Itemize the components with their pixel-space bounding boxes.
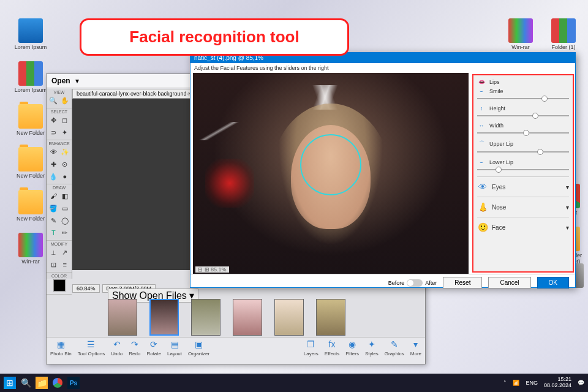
whiten-tool-icon[interactable]: ✨ xyxy=(60,147,70,157)
reset-button[interactable]: Reset xyxy=(443,277,482,288)
desktop-icon-folder[interactable]: New Folder xyxy=(13,104,48,136)
gradient-tool-icon[interactable]: ▭ xyxy=(60,203,70,213)
folder-icon xyxy=(18,190,43,214)
preview-zoom[interactable]: ⊟ ⊞ 85.1% xyxy=(195,266,229,273)
slider-upper-lip[interactable]: ⌒Upper Lip xyxy=(477,140,569,153)
desktop-icon-winrar[interactable]: Win-rar xyxy=(13,233,48,265)
blur-tool-icon[interactable]: 💧 xyxy=(48,172,58,181)
notifications-icon[interactable]: 💬 xyxy=(578,380,584,386)
hand-tool-icon[interactable]: ✋ xyxy=(60,96,70,105)
styles-button[interactable]: ✦Styles xyxy=(365,339,379,363)
redeye-tool-icon[interactable]: 👁 xyxy=(48,147,58,157)
chrome-taskbar-icon[interactable] xyxy=(51,377,64,389)
category-eyes[interactable]: 👁Eyes▾ xyxy=(477,176,569,197)
desktop-icon-folder[interactable]: New Folder xyxy=(13,190,48,222)
fill-tool-icon[interactable]: 🪣 xyxy=(48,203,58,213)
computer-icon xyxy=(18,18,43,43)
slider-smile[interactable]: ⌣Smile xyxy=(477,88,569,99)
smile-icon: ⌣ xyxy=(477,88,486,94)
move-tool-icon[interactable]: ✥ xyxy=(48,115,58,125)
tray-chevron-icon[interactable]: ˄ xyxy=(503,380,507,386)
sponge-tool-icon[interactable]: ● xyxy=(60,172,70,181)
photo-bin-button[interactable]: ▦Photo Bin xyxy=(50,339,72,363)
slider-thumb[interactable] xyxy=(537,149,543,155)
recompose-tool-icon[interactable]: ↗ xyxy=(60,247,70,257)
crop-tool-icon[interactable]: ⟂ xyxy=(48,247,58,257)
tool-options-button[interactable]: ☰Tool Options xyxy=(78,339,105,363)
shape-tool-icon[interactable]: ◯ xyxy=(60,216,70,225)
open-menu[interactable]: Open xyxy=(51,77,70,85)
slider-width[interactable]: ↔Width xyxy=(477,123,569,134)
explorer-icon[interactable]: 📁 xyxy=(36,377,48,389)
marquee-tool-icon[interactable]: ◻ xyxy=(60,115,70,125)
books-icon xyxy=(18,61,43,86)
clock[interactable]: 15:21 08.02.2024 xyxy=(544,377,571,389)
search-button[interactable]: 🔍 xyxy=(20,377,32,389)
width-icon: ↔ xyxy=(477,123,486,129)
slider-lower-lip[interactable]: ⌣Lower Lip xyxy=(477,159,569,170)
thumbnail-selected[interactable] xyxy=(149,299,179,336)
redo-button[interactable]: ↷Redo xyxy=(129,339,140,363)
rotate-icon: ⟳ xyxy=(148,339,159,350)
height-icon: ↕ xyxy=(477,105,486,111)
layers-button[interactable]: ❐Layers xyxy=(304,339,318,363)
taskbar: ⊞ 🔍 📁 Ps ˄ 📶 ENG 15:21 08.02.2024 💬 xyxy=(0,374,588,392)
lasso-tool-icon[interactable]: ⊃ xyxy=(48,127,58,137)
toggle-switch[interactable] xyxy=(407,279,423,287)
dialog-footer: Before After Reset Cancel OK xyxy=(190,274,575,291)
desktop-icon-books[interactable]: Lorem Ipsum xyxy=(13,61,48,93)
organizer-button[interactable]: ▣Organizer xyxy=(188,339,209,363)
thumbnail[interactable] xyxy=(191,299,221,336)
graphics-button[interactable]: ✎Graphics xyxy=(385,339,404,363)
face-preview[interactable]: ⊟ ⊞ 85.1% xyxy=(193,73,469,274)
zoom-tool-icon[interactable]: 🔍 xyxy=(48,96,58,105)
start-button[interactable]: ⊞ xyxy=(4,377,16,389)
thumbnail[interactable] xyxy=(274,299,304,336)
slider-thumb[interactable] xyxy=(523,130,529,136)
dialog-hint: Adjust the Facial Features using the sli… xyxy=(190,63,575,73)
picker-tool-icon[interactable]: ✎ xyxy=(48,216,58,225)
filters-button[interactable]: ◉Filters xyxy=(345,339,359,363)
category-face[interactable]: 🙂Face▾ xyxy=(477,217,569,237)
brush-tool-icon[interactable]: 🖌 xyxy=(48,191,58,201)
desktop-icon-books[interactable]: Folder (1) xyxy=(546,18,581,50)
before-after-toggle[interactable]: Before After xyxy=(388,279,437,287)
type-tool-icon[interactable]: T xyxy=(48,228,58,238)
slider-thumb[interactable] xyxy=(532,113,538,119)
thumbnail[interactable] xyxy=(233,299,262,336)
thumbnail[interactable] xyxy=(108,299,137,336)
eraser-tool-icon[interactable]: ◧ xyxy=(60,191,70,201)
effects-button[interactable]: fxEffects xyxy=(325,339,339,363)
thumbnail[interactable] xyxy=(316,299,345,336)
slider-thumb[interactable] xyxy=(541,96,548,102)
toolbox-section-label: SELECT xyxy=(48,110,70,114)
undo-icon: ↶ xyxy=(111,339,123,350)
pencil-tool-icon[interactable]: ✏ xyxy=(60,228,70,238)
clone-tool-icon[interactable]: ⊙ xyxy=(60,159,70,169)
more-button[interactable]: ▾More xyxy=(410,339,421,363)
undo-button[interactable]: ↶Undo xyxy=(111,339,123,363)
content-tool-icon[interactable]: ⊡ xyxy=(48,260,58,270)
tray-network-icon[interactable]: 📶 xyxy=(513,380,519,386)
photoshop-taskbar-icon[interactable]: Ps xyxy=(67,377,80,389)
annotation-callout: Facial recognition tool xyxy=(80,18,349,56)
wand-tool-icon[interactable]: ✦ xyxy=(60,127,70,137)
cancel-button[interactable]: Cancel xyxy=(488,277,530,288)
slider-thumb[interactable] xyxy=(496,167,502,173)
folder-icon xyxy=(18,104,43,129)
ok-button[interactable]: OK xyxy=(537,277,569,288)
layout-button[interactable]: ▤Layout xyxy=(167,339,182,363)
foreground-color[interactable] xyxy=(53,279,66,292)
rotate-button[interactable]: ⟳Rotate xyxy=(146,339,161,363)
heal-tool-icon[interactable]: ✚ xyxy=(48,159,58,169)
language-indicator[interactable]: ENG xyxy=(526,380,538,386)
dropdown-icon[interactable]: ▾ xyxy=(75,77,79,85)
desktop-icon-winrar[interactable]: Win-rar xyxy=(503,18,538,50)
zoom-level[interactable]: 60.84% xyxy=(72,284,100,293)
desktop-icon-folder[interactable]: New Folder xyxy=(13,147,48,179)
category-nose[interactable]: 👃Nose▾ xyxy=(477,197,569,217)
desktop-icon-pc[interactable]: Lorem Ipsum xyxy=(13,18,48,50)
face-detection-circle[interactable] xyxy=(300,134,361,195)
slider-height[interactable]: ↕Height xyxy=(477,105,569,116)
straighten-tool-icon[interactable]: ≡ xyxy=(60,260,70,270)
